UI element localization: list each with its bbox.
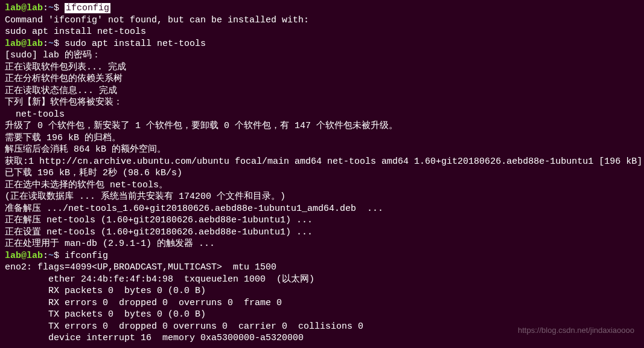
output-line: 获取:1 http://cn.archive.ubuntu.com/ubuntu… (5, 156, 639, 168)
terminal-output[interactable]: lab@lab:~$ ifconfig Command 'ifconfig' n… (5, 2, 639, 344)
ifconfig-line: eno2: flags=4099<UP,BROADCAST,MULTICAST>… (5, 262, 639, 274)
output-line: net-tools (5, 109, 639, 121)
output-line: 正在解压 net-tools (1.60+git20180626.aebd88e… (5, 214, 639, 227)
output-line: 正在设置 net-tools (1.60+git20180626.aebd88e… (5, 227, 639, 239)
output-line: 正在分析软件包的依赖关系树 (5, 73, 639, 85)
watermark-text: https://blog.csdn.net/jindaxiaoooo (518, 326, 634, 336)
prompt-path: ~ (48, 251, 54, 261)
prompt-line-3: lab@lab:~$ ifconfig (5, 250, 639, 262)
prompt-user: lab@lab (5, 3, 43, 13)
output-line: 准备解压 .../net-tools_1.60+git20180626.aebd… (5, 203, 639, 215)
output-line: 升级了 0 个软件包，新安装了 1 个软件包，要卸载 0 个软件包，有 147 … (5, 120, 639, 132)
output-line: 正在处理用于 man-db (2.9.1-1) 的触发器 ... (5, 238, 639, 250)
output-line: 正在读取状态信息... 完成 (5, 85, 639, 97)
output-line: 已下载 196 kB，耗时 2秒 (98.6 kB/s) (5, 167, 639, 179)
output-line: 正在选中未选择的软件包 net-tools。 (5, 179, 639, 192)
prompt-sep: : (43, 251, 48, 261)
ifconfig-line: RX packets 0 bytes 0 (0.0 B) (5, 285, 639, 297)
prompt-dollar: $ (54, 3, 65, 13)
command-highlighted: ifconfig (65, 3, 110, 13)
output-line: 需要下载 196 kB 的归档。 (5, 132, 639, 144)
output-line: (正在读取数据库 ... 系统当前共安装有 174200 个文件和目录。) (5, 191, 639, 203)
command-text: sudo apt install net-tools (65, 39, 206, 49)
prompt-dollar: $ (54, 39, 65, 49)
prompt-path: ~ (48, 39, 54, 49)
prompt-path: ~ (48, 3, 54, 13)
output-line: 正在读取软件包列表... 完成 (5, 62, 639, 74)
output-line: Command 'ifconfig' not found, but can be… (5, 14, 639, 27)
prompt-line-2: lab@lab:~$ sudo apt install net-tools (5, 38, 639, 50)
prompt-sep: : (43, 3, 48, 13)
output-line: 解压缩后会消耗 864 kB 的额外空间。 (5, 144, 639, 156)
ifconfig-line: ether 24:4b:fe:4f:b4:98 txqueuelen 1000 … (5, 274, 639, 286)
output-line: [sudo] lab 的密码： (5, 50, 639, 62)
output-line: sudo apt install net-tools (5, 26, 639, 38)
output-line: 下列【新】软件包将被安装： (5, 97, 639, 109)
prompt-sep: : (43, 39, 48, 49)
prompt-user: lab@lab (5, 39, 43, 49)
prompt-user: lab@lab (5, 251, 43, 261)
ifconfig-line: TX packets 0 bytes 0 (0.0 B) (5, 309, 639, 321)
prompt-line-1: lab@lab:~$ ifconfig (5, 2, 639, 14)
prompt-dollar: $ (54, 251, 65, 261)
command-text: ifconfig (65, 251, 108, 261)
ifconfig-line: RX errors 0 dropped 0 overruns 0 frame 0 (5, 297, 639, 309)
